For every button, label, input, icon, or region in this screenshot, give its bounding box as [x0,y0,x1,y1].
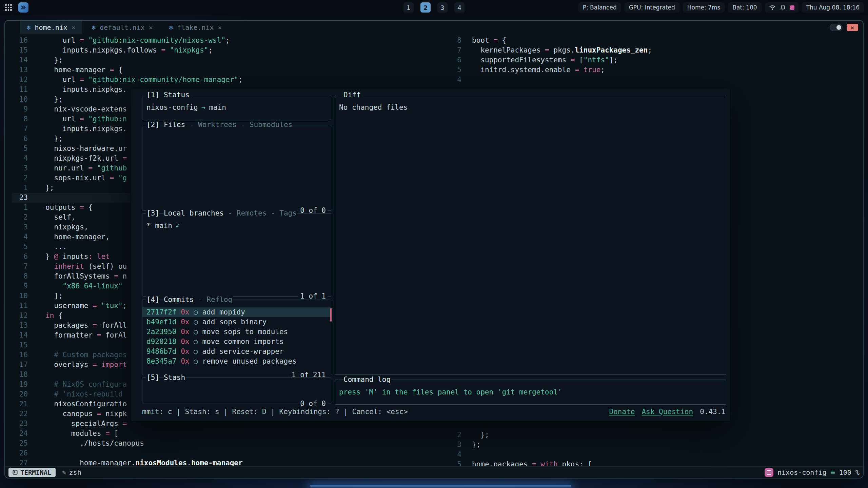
code-line: 24 modules = [ [12,429,449,439]
line-number: 6 [453,55,461,65]
code-text: home-manager = { [45,65,123,75]
commit-row[interactable]: b49ef1d 0x ○ add sops binary [142,317,331,327]
lazygit-panel-status[interactable]: [1]Status nixos-config→main [142,95,331,120]
commit-row[interactable]: 9486b7d 0x ○ add service-wrapper [142,347,331,357]
active-app-icon[interactable] [18,2,28,13]
repo-badge-icon [765,468,773,477]
code-text: username = "tux"; [45,301,127,311]
commit-author: 0x [177,347,194,355]
line-number: 13 [12,321,28,330]
commit-hash: b49ef1d [146,318,177,326]
lazygit-panel-commits[interactable]: [4]Commits - Reflog 2717f2f 0x ○ add mop… [142,300,331,375]
line-number: 4 [12,232,28,242]
code-text: canopus = nixpk [45,409,127,419]
line-number: 7 [12,124,28,134]
shell-indicator[interactable]: ✎ zsh [62,468,81,476]
repo-label: nixos-config [777,468,827,476]
lazygit-panel-files[interactable]: [2]Files - Worktrees - Submodules 0 of 0 [142,125,331,211]
commit-row[interactable]: 2717f2f 0x ○ add mopidy [142,307,331,317]
line-number: 14 [12,55,28,65]
commit-row[interactable]: 8e345a7 0x ○ remove unused packages [142,357,331,366]
commit-graph-node-icon: ○ [194,338,198,346]
code-text: nix-vscode-extens [45,104,127,114]
ask-question-link[interactable]: Ask Question [642,407,693,417]
editor-tab-default.nix[interactable]: ❄default.nix× [85,21,160,34]
recording-indicator-icon [790,5,794,10]
shell-name: zsh [69,468,81,476]
panel-number: [5] [146,373,159,383]
workspace-button-3[interactable]: 3 [437,2,448,13]
panel-name: Stash [164,373,185,383]
panel-name: Files [164,120,185,130]
editor-pane-right-top[interactable]: 8boot = {7 kernelPackages = pkgs.linuxPa… [453,36,860,85]
code-text: nixpkgs, [45,222,88,232]
code-text: ]; [45,291,63,301]
lazygit-panel-stash[interactable]: [5]Stash 0 of 0 [142,378,331,404]
code-text: overlays = import [45,360,127,370]
nix-file-icon: ❄ [92,24,96,31]
window-close-button[interactable]: × [847,24,858,31]
editor-pane-right-bottom[interactable]: 2 };3};45home.packages = with pkgs; [ [453,430,860,469]
tab-filename: default.nix [100,23,144,32]
lazygit-panel-command-log[interactable]: Command log press 'M' in the files panel… [335,380,726,405]
line-number: 19 [12,380,28,389]
tab-close-icon[interactable]: × [149,23,153,32]
commit-message: move sops to modules [198,328,288,336]
code-text: url = "github:n [45,114,127,124]
line-number: 26 [12,448,28,458]
line-number: 5 [453,65,461,75]
workspace-button-1[interactable]: 1 [403,2,414,13]
title-dash [159,213,164,214]
lazygit-panel-branches[interactable]: [3]Local branches - Remotes - Tags * mai… [142,213,331,297]
system-tray[interactable] [765,2,798,13]
branch-item[interactable]: * main [146,221,172,231]
line-number: 2 [453,430,461,440]
mode-label: TERMINAL [20,469,52,476]
panel-subtabs: - Worktrees - Submodules [185,120,292,130]
code-text: }; [472,430,489,440]
editor-tabs: ❄home.nix×❄default.nix×❄flake.nix× [20,21,232,34]
line-number: 3 [453,440,461,450]
clock[interactable]: Thu Aug 08, 18:16 [802,2,864,13]
apps-grid-icon[interactable] [4,3,13,12]
line-number: 9 [12,104,28,114]
title-dash [339,95,343,95]
commit-graph-node-icon: ○ [194,318,198,326]
scroll-lines-icon: ≡ [831,468,835,476]
tab-close-icon[interactable]: × [218,23,222,32]
tab-close-icon[interactable]: × [72,23,76,32]
lazygit-panel-diff[interactable]: Diff No changed files [335,95,726,375]
scroll-percentage: 100 % [839,468,860,476]
workspace-button-2[interactable]: 2 [420,2,431,13]
editor-tab-flake.nix[interactable]: ❄flake.nix× [162,21,229,34]
repo-name: nixos-config [146,103,198,113]
commit-graph-node-icon: ○ [194,328,198,336]
donate-link[interactable]: Donate [609,407,635,417]
status-module-0: P: Balanced [578,2,621,13]
code-text: ./hosts/canopus [45,439,144,448]
line-number: 25 [12,439,28,448]
editor-tab-home.nix[interactable]: ❄home.nix× [20,21,82,34]
code-line: 3}; [453,440,860,450]
panel-title-diff: Diff [338,90,361,100]
topbar-right-group: P: BalancedGPU: IntegratedHome: 7msBat: … [578,2,864,13]
workspace-button-4[interactable]: 4 [454,2,465,13]
code-text: }; [45,55,63,65]
mode-indicator[interactable]: TERMINAL [8,468,56,477]
code-line: 25 ./hosts/canopus [12,439,449,448]
line-number: 15 [12,45,28,55]
window-toggle-switch[interactable] [830,24,843,31]
commit-message: move common imports [198,338,284,346]
panel-number: [4] [146,295,159,305]
commit-row[interactable]: 2a23950 0x ○ move sops to modules [142,327,331,337]
line-number: 22 [12,409,28,419]
commit-row[interactable]: d920218 0x ○ move common imports [142,337,331,347]
tab-filename: flake.nix [177,23,214,32]
line-number: 10 [12,291,28,301]
code-text: specialArgs = [45,419,127,429]
panel-name: Command log [343,375,391,385]
commits-scrollbar[interactable] [330,308,332,322]
diff-content: No changed files [335,95,726,113]
commit-author: 0x [177,357,194,365]
commit-hash: 8e345a7 [146,357,177,365]
